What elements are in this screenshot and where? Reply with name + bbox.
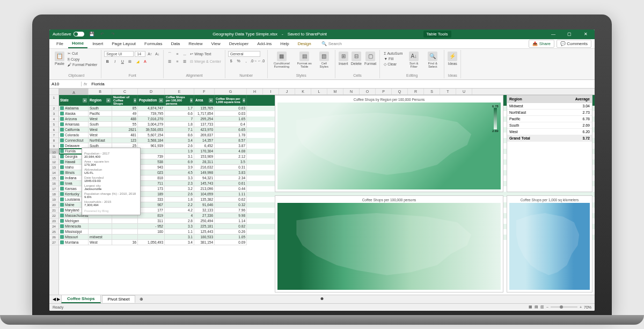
cell[interactable]: 3.4 bbox=[165, 138, 194, 143]
toggle-icon[interactable] bbox=[74, 32, 84, 36]
cell[interactable]: 538 bbox=[138, 159, 165, 165]
cell[interactable] bbox=[89, 224, 112, 229]
cell[interactable]: 189 bbox=[138, 192, 165, 197]
cell[interactable]: 4 bbox=[165, 213, 194, 218]
cell[interactable]: 0.61 bbox=[215, 181, 247, 186]
cell[interactable]: Montana bbox=[59, 240, 89, 245]
paste-button[interactable]: 📋Paste bbox=[54, 51, 65, 66]
cell[interactable]: 4,874,747 bbox=[138, 106, 165, 111]
cell[interactable]: 943 bbox=[138, 165, 165, 170]
row-header[interactable]: 8 bbox=[49, 138, 58, 143]
cell[interactable]: 27,336 bbox=[194, 213, 215, 218]
cell[interactable]: 6.65 bbox=[215, 127, 247, 133]
cell[interactable]: 1,050,493 bbox=[138, 240, 165, 245]
cell[interactable]: 3.1 bbox=[165, 154, 194, 159]
tab-addins[interactable]: Add-ins bbox=[253, 40, 275, 48]
col-header[interactable]: F bbox=[194, 89, 215, 94]
cell[interactable]: Alabama bbox=[59, 106, 89, 111]
row-header[interactable]: 18 bbox=[49, 192, 58, 197]
row-header[interactable]: 7 bbox=[49, 133, 58, 138]
cell[interactable]: 135,382 bbox=[194, 197, 215, 202]
cell[interactable]: California bbox=[59, 127, 89, 133]
number-format-select[interactable]: General bbox=[228, 51, 260, 57]
cell[interactable]: 28,311 bbox=[194, 159, 215, 165]
chart-per1000km-map[interactable]: Coffee Shops per 1,000 sq kilometers bbox=[507, 195, 592, 293]
cell[interactable]: 91,646 bbox=[194, 202, 215, 208]
cell[interactable]: 9.98 bbox=[215, 213, 247, 218]
cell[interactable]: 4.2 bbox=[165, 208, 194, 213]
cell[interactable]: South bbox=[89, 122, 112, 127]
cell[interactable]: 423,970 bbox=[194, 127, 215, 133]
tab-home[interactable]: Home bbox=[68, 39, 87, 48]
worksheet[interactable]: 1 23456789101112131415161718192021222324… bbox=[49, 89, 595, 295]
cell[interactable]: 3.87 bbox=[215, 143, 247, 149]
close-icon[interactable]: ✕ bbox=[580, 32, 591, 36]
cell[interactable]: 0.26 bbox=[215, 229, 247, 235]
cell[interactable]: Colorado bbox=[59, 133, 89, 138]
cell[interactable]: 135,765 bbox=[194, 106, 215, 111]
cell[interactable]: 381,154 bbox=[194, 240, 215, 245]
cell[interactable]: 1.8 bbox=[165, 197, 194, 202]
pivot-row[interactable]: Pacific6.78 bbox=[507, 116, 592, 122]
ideas-button[interactable]: ⚡Ideas bbox=[447, 51, 458, 66]
cell[interactable]: 3.4 bbox=[165, 240, 194, 245]
increase-font-icon[interactable]: A↑ bbox=[147, 51, 153, 57]
cell[interactable]: 7 bbox=[165, 116, 194, 122]
pivot-header[interactable]: Average bbox=[550, 96, 592, 103]
cell[interactable]: 3.5 bbox=[215, 159, 247, 165]
cell[interactable]: 36 bbox=[112, 240, 138, 245]
col-header[interactable]: S bbox=[424, 89, 440, 94]
cell[interactable] bbox=[112, 218, 138, 224]
col-header[interactable]: M bbox=[327, 89, 343, 94]
cell[interactable]: 269,837 bbox=[194, 133, 215, 138]
clear-button[interactable]: ◇ Clear bbox=[383, 62, 404, 67]
row-header[interactable]: 9 bbox=[49, 143, 58, 149]
cell[interactable]: 0.03 bbox=[215, 111, 247, 116]
cell[interactable]: 2.8 bbox=[165, 218, 194, 224]
cell[interactable] bbox=[112, 235, 138, 240]
format-as-table-button[interactable]: ▤Format as Table bbox=[295, 51, 314, 69]
cell[interactable]: 125,443 bbox=[194, 229, 215, 235]
formula-input[interactable]: Florida bbox=[89, 82, 106, 86]
cell[interactable]: 3,004,279 bbox=[138, 122, 165, 127]
cell[interactable]: 1.05 bbox=[215, 235, 247, 240]
cell[interactable] bbox=[138, 235, 165, 240]
col-header[interactable]: A bbox=[59, 89, 89, 94]
cell[interactable]: midwest bbox=[89, 235, 112, 240]
cell[interactable]: 216,632 bbox=[194, 165, 215, 170]
header-area[interactable]: Area▼ bbox=[194, 95, 215, 106]
cell[interactable]: 2.34 bbox=[215, 176, 247, 181]
percent-icon[interactable]: % bbox=[236, 58, 242, 64]
col-header[interactable]: P bbox=[376, 89, 392, 94]
maximize-icon[interactable]: ▢ bbox=[564, 32, 575, 36]
autosum-button[interactable]: Σ AutoSum bbox=[383, 51, 404, 56]
cell[interactable]: West bbox=[89, 240, 112, 245]
merge-center-button[interactable]: ⊟ Merge & Center bbox=[189, 59, 222, 64]
save-icon[interactable]: 💾 bbox=[89, 31, 95, 38]
name-box[interactable]: A10 bbox=[49, 82, 82, 86]
cell[interactable] bbox=[112, 224, 138, 229]
col-header[interactable]: O bbox=[360, 89, 376, 94]
cell[interactable]: 3,588,184 bbox=[138, 138, 165, 143]
cell[interactable]: 177 bbox=[138, 208, 165, 213]
view-layout-icon[interactable]: ▤ bbox=[535, 305, 538, 309]
cell[interactable]: 0.32 bbox=[215, 202, 247, 208]
cell[interactable]: 137,733 bbox=[194, 122, 215, 127]
cell[interactable]: 55 bbox=[112, 122, 138, 127]
cell[interactable]: 1.14 bbox=[215, 218, 247, 224]
underline-icon[interactable]: U bbox=[119, 59, 126, 65]
cell[interactable]: 481 bbox=[112, 133, 138, 138]
row-header[interactable]: 14 bbox=[49, 170, 58, 176]
cell[interactable]: 819 bbox=[138, 213, 165, 218]
cell[interactable]: 8.57 bbox=[215, 138, 247, 143]
cell[interactable]: 6.6 bbox=[165, 111, 194, 116]
comments-button[interactable]: 💬 Comments bbox=[557, 40, 591, 48]
cell[interactable]: 3.9 bbox=[165, 165, 194, 170]
font-size-select[interactable]: 14 bbox=[135, 51, 145, 57]
undo-icon[interactable]: ↶ bbox=[99, 31, 106, 38]
cell[interactable]: 94,321 bbox=[194, 176, 215, 181]
col-header[interactable]: I bbox=[263, 89, 279, 94]
cell[interactable]: 14,357 bbox=[194, 138, 215, 143]
cell[interactable]: NorthEast bbox=[89, 138, 112, 143]
cell[interactable]: 2.6 bbox=[165, 143, 194, 149]
